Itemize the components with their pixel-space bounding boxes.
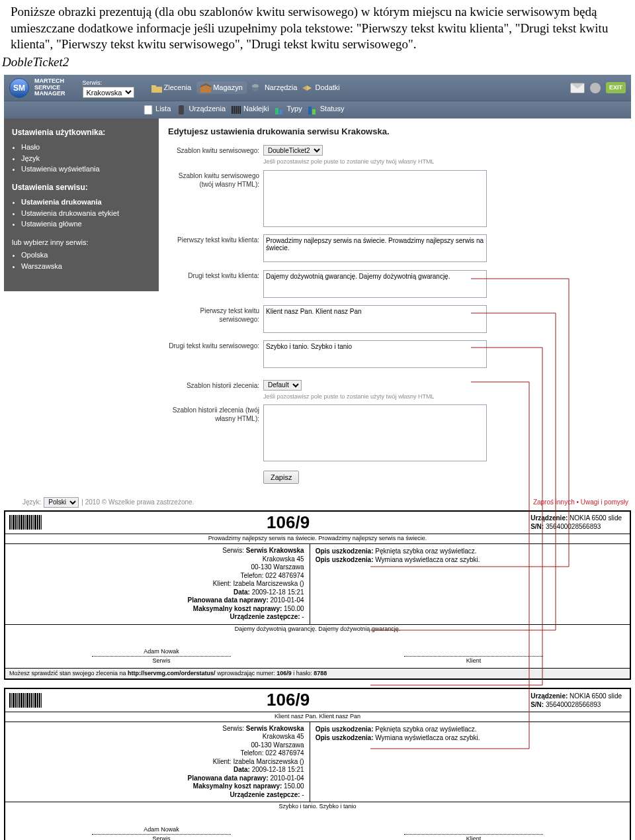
t3-input[interactable]: Klient nasz Pan. Klient nasz Pan xyxy=(263,305,487,333)
brand-text: MARTECHSERVICEMANAGER xyxy=(34,78,65,97)
t2-input[interactable]: Dajemy dożywotnią gwarancję. Dajemy doży… xyxy=(263,270,487,298)
sidebar-link-etykiet[interactable]: Ustawienia drukowania etykiet xyxy=(21,208,151,219)
sidebar-link-jezyk[interactable]: Język xyxy=(21,153,151,164)
label-template-html: Szablon kwitu serwisowego (twój własny H… xyxy=(168,170,259,189)
footer-links[interactable]: Zaproś innych • Uwagi i pomysły xyxy=(533,498,628,506)
service-select[interactable]: Krakowska xyxy=(83,87,134,98)
barcode-icon xyxy=(231,105,241,115)
nav-item-magazyn[interactable]: Magazyn xyxy=(196,81,247,94)
svg-rect-0 xyxy=(200,86,211,93)
types-icon xyxy=(275,105,285,115)
save-button[interactable]: Zapisz xyxy=(263,471,299,484)
ticket2-number: 106/9 xyxy=(46,689,530,712)
t1-input[interactable]: Prowadzimy najlepszy serwis na świecie. … xyxy=(263,234,487,262)
app-subheader: Lista Urządzenia Naklejki Typy Statusy xyxy=(4,101,631,118)
ticket-number: 106/9 xyxy=(46,512,530,534)
lang-label: Język: xyxy=(22,498,41,506)
svg-rect-3 xyxy=(144,105,152,115)
warehouse-icon xyxy=(200,83,211,93)
sidebar-link-glowne[interactable]: Ustawienia główne xyxy=(21,218,151,230)
sidebar-link-druk[interactable]: Ustawienia drukowania xyxy=(21,197,151,208)
mail-icon[interactable] xyxy=(570,83,585,93)
hist-html-input[interactable] xyxy=(263,404,487,461)
ticket-preview-2: 106/9 Urządzenie: NOKIA 6500 slide S/N: … xyxy=(4,688,631,840)
nav-item-narzedzia[interactable]: Narzędzia xyxy=(252,83,298,93)
hint-template: Jeśli pozostawisz pole puste to zostanie… xyxy=(168,158,622,166)
addons-icon xyxy=(302,83,313,93)
app-header: SM MARTECHSERVICEMANAGER Serwis: Krakows… xyxy=(4,75,631,101)
label-hist-html: Szablon historii zlecenia (twój własny H… xyxy=(168,404,259,423)
app-window: SM MARTECHSERVICEMANAGER Serwis: Krakows… xyxy=(4,75,631,508)
sidebar: Ustawienia użytkownika: Hasło Język Usta… xyxy=(4,118,159,291)
subnav-lista[interactable]: Lista xyxy=(143,104,171,114)
svg-rect-8 xyxy=(312,109,316,115)
form-heading: Edytujesz ustawienia drukowania serwisu … xyxy=(168,126,622,138)
status-icon xyxy=(308,105,318,115)
template-name: DobleTicket2 xyxy=(2,54,624,71)
copyright: | 2010 © Wszelkie prawa zastrzeżone. xyxy=(81,498,194,506)
sidebar-h-serwis: Ustawienia serwisu: xyxy=(12,183,151,193)
hist-select[interactable]: Default xyxy=(263,380,302,391)
label-t1: Pierwszy tekst kwitu klienta: xyxy=(168,234,259,244)
template-html-input[interactable] xyxy=(263,170,487,227)
subnav-naklejki[interactable]: Naklejki xyxy=(231,104,269,114)
svg-rect-7 xyxy=(308,107,312,115)
gear-icon[interactable] xyxy=(590,83,601,93)
list-icon xyxy=(143,105,153,115)
brand-logo-icon: SM xyxy=(9,78,29,98)
svg-rect-4 xyxy=(179,105,184,115)
label-hist: Szablon historii zlecenia: xyxy=(168,380,259,390)
ticket1-row2: Dajemy dożywotnią gwarancję. Dajemy doży… xyxy=(5,624,630,634)
service-label: Serwis: xyxy=(83,79,103,86)
exit-button[interactable]: EXIT xyxy=(606,82,626,94)
label-t3: Pierwszy tekst kwitu serwisowego: xyxy=(168,305,259,324)
barcode-icon xyxy=(9,693,42,708)
hint-hist: Jeśli pozostawisz pole puste to zostanie… xyxy=(168,393,622,401)
ticket2-row1: Klient nasz Pan. Klient nasz Pan xyxy=(5,712,630,722)
subnav-statusy[interactable]: Statusy xyxy=(308,104,345,114)
subnav-urzadzenia[interactable]: Urządzenia xyxy=(176,104,226,114)
sidebar-h-other: lub wybierz inny serwis: xyxy=(12,238,151,247)
ticket2-row2: Szybko i tanio. Szybko i tanio xyxy=(5,802,630,812)
intro-paragraph: Poniższe obrazki prezentują (dla obu sza… xyxy=(11,4,624,53)
barcode-icon xyxy=(9,515,42,530)
ticket-left: Serwis: Serwis Krakowska Krakowska 45 00… xyxy=(5,544,310,624)
ticket-right: Opis uszkodzenia: Pęknięta szybka oraz w… xyxy=(310,544,630,624)
sidebar-h-user: Ustawienia użytkownika: xyxy=(12,128,151,138)
nav-item-zlecenia[interactable]: Zlecenia xyxy=(151,83,192,93)
svg-point-2 xyxy=(252,87,259,91)
lang-select[interactable]: Polski xyxy=(44,497,79,508)
subnav-typy[interactable]: Typy xyxy=(275,104,302,114)
sidebar-link-wys[interactable]: Ustawienia wyświetlania xyxy=(21,163,151,175)
form-area: Edytujesz ustawienia drukowania serwisu … xyxy=(159,118,631,494)
t4-input[interactable]: Szybko i tanio. Szybko i tanio xyxy=(263,340,487,368)
svg-rect-5 xyxy=(275,108,278,115)
label-t2: Drugi tekst kwitu klienta: xyxy=(168,270,259,280)
label-template: Szablon kwitu serwisowego: xyxy=(168,145,259,155)
sidebar-link-haslo[interactable]: Hasło xyxy=(21,142,151,153)
nav-item-dodatki[interactable]: Dodatki xyxy=(302,83,339,93)
sidebar-link-warszawska[interactable]: Warszawska xyxy=(21,261,151,272)
folder-icon xyxy=(151,83,162,93)
device-icon xyxy=(176,105,187,115)
svg-rect-6 xyxy=(279,110,282,115)
ticket-preview-1: 106/9 Urządzenie: NOKIA 6500 slide S/N: … xyxy=(4,510,631,680)
template-select[interactable]: DoubleTicket2 xyxy=(263,145,323,156)
ticket1-row1: Prowadzimy najlepszy serwis na świecie. … xyxy=(5,534,630,543)
ticket-footer: Możesz sprawdzić stan swojego zlecenia n… xyxy=(5,668,630,679)
sidebar-link-opolska[interactable]: Opolska xyxy=(21,250,151,261)
label-t4: Drugi tekst kwitu serwisowego: xyxy=(168,340,259,350)
app-footer: Język: Polski | 2010 © Wszelkie prawa za… xyxy=(4,494,631,508)
tools-icon xyxy=(252,83,263,93)
